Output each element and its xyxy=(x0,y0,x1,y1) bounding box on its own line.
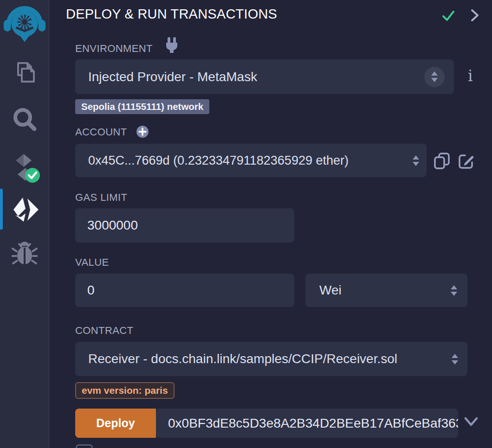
debugger-icon xyxy=(12,241,38,266)
account-select[interactable]: 0x45C...7669d (0.232334791182365929 ethe… xyxy=(75,144,427,177)
page-title: DEPLOY & RUN TRANSACTIONS xyxy=(66,6,277,22)
plug-icon[interactable] xyxy=(164,37,179,57)
sidebar-item-file-explorer[interactable] xyxy=(0,59,49,85)
value-unit-select[interactable]: Wei xyxy=(305,274,467,307)
value-input[interactable] xyxy=(75,274,294,307)
deploy-and-run-icon xyxy=(10,195,39,223)
constructor-arg-input[interactable] xyxy=(156,409,458,438)
remix-logo[interactable] xyxy=(0,3,49,45)
chevron-right-icon xyxy=(470,8,480,22)
account-label: ACCOUNT xyxy=(75,126,127,138)
environment-info-icon[interactable]: i xyxy=(468,67,473,85)
contract-selected-value: Receiver - docs.chain.link/samples/CCIP/… xyxy=(75,352,452,366)
file-explorer-icon xyxy=(12,59,38,85)
remix-logo-icon xyxy=(3,3,46,45)
environment-selected-value: Injected Provider - MetaMask xyxy=(75,70,257,84)
sidebar-item-solidity-compiler[interactable] xyxy=(0,153,49,184)
collapse-panel-button[interactable] xyxy=(470,8,480,22)
account-selected-value: 0x45C...7669d (0.232334791182365929 ethe… xyxy=(75,154,413,168)
evm-version-badge: evm version: paris xyxy=(75,382,175,399)
remix-deploy-run-panel: { "header": { "title": "DEPLOY & RUN TRA… xyxy=(0,0,492,448)
deploy-run-panel: DEPLOY & RUN TRANSACTIONS ENVIRONMENT In… xyxy=(49,0,492,448)
solidity-compiler-icon xyxy=(8,153,41,184)
icon-sidebar xyxy=(0,0,49,448)
environment-label: ENVIRONMENT xyxy=(75,43,153,55)
deploy-button[interactable]: Deploy xyxy=(75,409,156,438)
value-label: VALUE xyxy=(75,256,109,269)
updown-arrows-icon xyxy=(451,285,457,296)
contract-select[interactable]: Receiver - docs.chain.link/samples/CCIP/… xyxy=(75,342,467,376)
sidebar-item-debugger[interactable] xyxy=(0,241,49,266)
environment-select[interactable]: Injected Provider - MetaMask xyxy=(75,59,454,94)
gas-limit-label: GAS LIMIT xyxy=(75,192,127,204)
network-badge: Sepolia (11155111) network xyxy=(75,99,209,114)
updown-arrows-icon xyxy=(413,155,419,166)
plus-circle-icon xyxy=(136,125,149,138)
gas-limit-input[interactable] xyxy=(75,208,294,243)
edit-icon xyxy=(458,152,476,170)
compiled-ok-badge xyxy=(25,168,40,183)
copy-account-button[interactable] xyxy=(434,152,450,170)
expand-deploy-options-button[interactable] xyxy=(463,416,479,428)
sidebar-item-deploy-and-run[interactable] xyxy=(0,195,49,223)
sidebar-item-search[interactable] xyxy=(0,106,49,133)
updown-arrows-icon xyxy=(452,354,458,365)
value-unit-selected: Wei xyxy=(305,283,451,298)
updown-arrows-icon xyxy=(431,71,438,82)
check-icon xyxy=(441,9,456,22)
add-account-button[interactable] xyxy=(136,125,149,138)
contract-label: CONTRACT xyxy=(75,325,133,337)
environment-select-caret[interactable] xyxy=(424,67,445,87)
publish-checkbox-partial[interactable] xyxy=(76,444,93,448)
chevron-down-icon xyxy=(463,416,479,428)
copy-icon xyxy=(434,152,450,170)
panel-ok-check xyxy=(441,9,456,22)
edit-account-button[interactable] xyxy=(458,152,476,170)
search-icon xyxy=(11,106,38,133)
